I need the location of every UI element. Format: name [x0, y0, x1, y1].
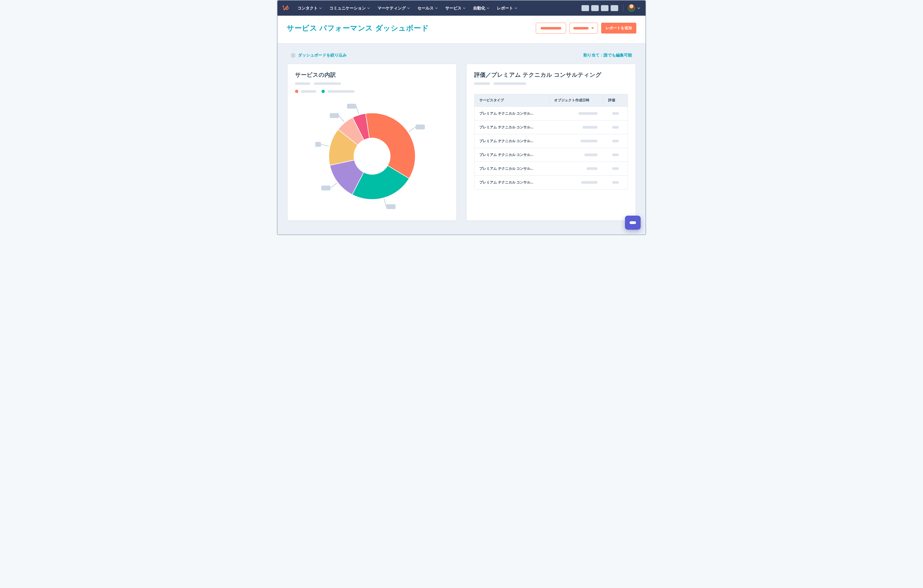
nav-action-3[interactable]	[601, 5, 608, 11]
td-rating	[603, 149, 628, 161]
nav-automation[interactable]: 自動化	[470, 4, 493, 12]
table-row[interactable]: プレミアム テクニカル コンサル...	[475, 107, 628, 120]
chevron-down-icon	[319, 7, 322, 10]
filter-dashboard-link[interactable]: ダッシュボードを絞り込み	[291, 53, 347, 58]
td-rating	[603, 122, 628, 133]
callout-label-placeholder	[315, 142, 321, 147]
page-title: サービス パフォーマンス ダッシュボード	[287, 23, 429, 33]
top-nav: コンタクト コミュニケーション マーケティング セールス サービス 自動化	[278, 0, 645, 16]
callout-label-placeholder	[330, 113, 339, 118]
subtitle-placeholder	[295, 82, 449, 85]
nav-marketing[interactable]: マーケティング	[374, 4, 413, 12]
legend-dot-icon	[322, 90, 325, 93]
th-rating[interactable]: 評価	[603, 94, 628, 107]
assignment-link[interactable]: 割り当て：誰でも編集可能	[583, 53, 632, 58]
td-created-at	[549, 135, 603, 147]
nav-items: コンタクト コミュニケーション マーケティング セールス サービス 自動化	[294, 4, 521, 12]
body-area: ダッシュボードを絞り込み 割り当て：誰でも編集可能 サービスの内訳	[278, 43, 645, 235]
page-header: サービス パフォーマンス ダッシュボード レポートを追加	[278, 16, 645, 43]
header-action-2[interactable]	[569, 23, 598, 33]
td-rating	[603, 135, 628, 147]
table-row[interactable]: プレミアム テクニカル コンサル...	[475, 176, 628, 189]
svg-line-3	[283, 7, 284, 10]
nav-action-4[interactable]	[611, 5, 618, 11]
nav-contacts[interactable]: コンタクト	[294, 4, 325, 12]
chevron-down-icon	[487, 7, 489, 10]
card-title: サービスの内訳	[295, 71, 449, 79]
nav-label: レポート	[497, 6, 513, 11]
td-service-type: プレミアム テクニカル コンサル...	[475, 148, 549, 162]
table-row[interactable]: プレミアム テクニカル コンサル...	[475, 134, 628, 148]
subtitle-placeholder	[474, 82, 628, 85]
donut-chart	[315, 99, 429, 213]
legend-dot-icon	[295, 90, 298, 93]
placeholder-bar	[541, 27, 561, 30]
callout-line	[384, 199, 386, 207]
body-top-row: ダッシュボードを絞り込み 割り当て：誰でも編集可能	[287, 53, 636, 58]
callout-label-placeholder	[416, 125, 425, 130]
callout-line	[330, 183, 337, 188]
nav-conversations[interactable]: コミュニケーション	[326, 4, 373, 12]
td-service-type: プレミアム テクニカル コンサル...	[475, 162, 549, 176]
card-rating-premium-tech: 評価／プレミアム テクニカル コンサルティング サービスタイプ オブジェクト作成…	[466, 64, 636, 221]
table-row[interactable]: プレミアム テクニカル コンサル...	[475, 162, 628, 176]
header-action-1[interactable]	[536, 23, 566, 33]
chat-fab[interactable]	[625, 216, 641, 230]
nav-label: 自動化	[473, 6, 485, 11]
chevron-down-icon	[407, 7, 410, 10]
th-service-type[interactable]: サービスタイプ	[475, 94, 549, 107]
td-service-type: プレミアム テクニカル コンサル...	[475, 134, 549, 148]
nav-label: コミュニケーション	[329, 6, 366, 11]
avatar	[627, 4, 636, 12]
callout-label-placeholder	[347, 104, 356, 108]
td-created-at	[549, 177, 603, 188]
callout-line	[321, 144, 328, 146]
td-created-at	[549, 163, 603, 174]
donut-hole	[354, 138, 390, 174]
nav-right	[581, 4, 640, 12]
caret-down-icon	[591, 26, 594, 30]
logo-icon[interactable]	[282, 4, 289, 12]
table-row[interactable]: プレミアム テクニカル コンサル...	[475, 120, 628, 134]
nav-label: セールス	[417, 6, 434, 11]
callout-line	[356, 106, 358, 114]
ratings-table: サービスタイプ オブジェクト作成日時 評価 プレミアム テクニカル コンサル..…	[474, 94, 628, 189]
table-row[interactable]: プレミアム テクニカル コンサル...	[475, 148, 628, 162]
legend-label-placeholder	[327, 90, 355, 93]
nav-action-2[interactable]	[591, 5, 599, 11]
nav-service[interactable]: サービス	[442, 4, 469, 12]
legend-item[interactable]	[322, 90, 355, 93]
chevron-down-icon	[637, 6, 640, 10]
callout-line	[409, 127, 416, 131]
chevron-down-icon	[463, 7, 466, 10]
account-menu[interactable]	[627, 4, 640, 12]
callout-label-placeholder	[386, 204, 395, 209]
nav-label: マーケティング	[378, 6, 406, 11]
nav-sales[interactable]: セールス	[414, 4, 441, 12]
td-service-type: プレミアム テクニカル コンサル...	[475, 120, 549, 134]
chart-legend	[295, 90, 449, 93]
table-header: サービスタイプ オブジェクト作成日時 評価	[475, 94, 628, 107]
td-rating	[603, 177, 628, 188]
callout-label-placeholder	[321, 186, 330, 191]
td-created-at	[549, 149, 603, 161]
add-report-button[interactable]: レポートを追加	[601, 23, 636, 33]
chevron-down-icon	[514, 7, 517, 10]
td-created-at	[549, 122, 603, 133]
legend-item[interactable]	[295, 90, 316, 93]
td-rating	[603, 163, 628, 174]
chevron-down-icon	[367, 7, 370, 10]
legend-label-placeholder	[301, 90, 316, 93]
placeholder-bar	[573, 27, 588, 30]
td-rating	[603, 108, 628, 119]
filter-label: ダッシュボードを絞り込み	[298, 53, 347, 58]
chevron-down-icon	[435, 7, 438, 10]
nav-label: サービス	[445, 6, 462, 11]
chat-icon	[629, 221, 636, 224]
nav-action-1[interactable]	[581, 5, 589, 11]
callout-line	[339, 116, 344, 122]
th-created-at[interactable]: オブジェクト作成日時	[549, 94, 603, 107]
dashboard-cards: サービスの内訳	[287, 64, 636, 221]
filter-icon	[291, 53, 295, 57]
nav-reports[interactable]: レポート	[494, 4, 521, 12]
